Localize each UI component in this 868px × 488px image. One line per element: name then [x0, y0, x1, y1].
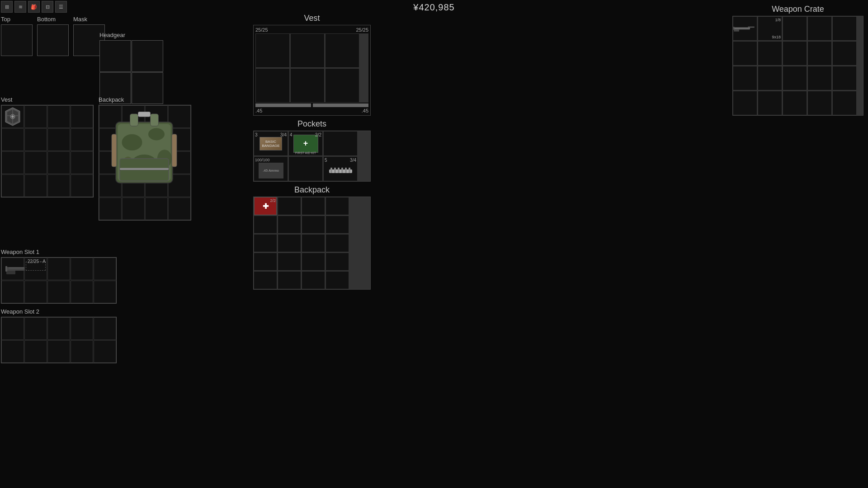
backpack-center-cell-16[interactable] [254, 271, 277, 289]
weapon-crate-grid[interactable]: 1/8 9x18 [732, 16, 863, 116]
crate-cell-15[interactable] [733, 91, 757, 115]
backpack-cell-0[interactable] [99, 105, 122, 128]
vest-cell-15[interactable] [71, 174, 93, 197]
backpack-center-grid[interactable]: 2/2 ✚ [253, 197, 371, 290]
bottom-slot[interactable] [37, 24, 69, 56]
weapon-slot-1-cell-1[interactable]: 22/25 - A [24, 258, 47, 280]
pockets-grid[interactable]: 3 3/4 BASICBANDAGE 4 2/2 + FIRST AID KIT… [253, 131, 371, 182]
crate-cell-3[interactable] [807, 16, 832, 41]
backpack-center-cell-10[interactable] [302, 234, 325, 252]
weapon-slot-2-cell-1[interactable] [24, 317, 47, 340]
backpack-center-cell-7[interactable] [326, 216, 349, 234]
crate-cell-17[interactable] [783, 91, 807, 115]
vest-cell-1[interactable] [24, 105, 47, 128]
weapon-slot-2-cell-9[interactable] [94, 340, 116, 363]
vest-center-cell-0[interactable] [255, 33, 290, 68]
pocket-cell-4[interactable] [288, 156, 323, 181]
backpack-cell-9[interactable] [122, 151, 145, 174]
pocket-cell-1[interactable]: 4 2/2 + FIRST AID KIT [288, 131, 323, 156]
vest-grid-left[interactable] [1, 105, 94, 197]
crate-cell-0[interactable] [733, 16, 757, 41]
vest-cell-14[interactable] [47, 174, 70, 197]
backpack-cell-11[interactable] [168, 151, 191, 174]
backpack-center-cell-19[interactable] [326, 271, 349, 289]
weapon-slot-2-cell-2[interactable] [47, 317, 70, 340]
weapon-slot-1-grid[interactable]: 22/25 - A [1, 257, 117, 304]
crate-cell-9[interactable] [832, 41, 857, 66]
backpack-center-cell-13[interactable] [278, 253, 301, 271]
crate-cell-2[interactable] [783, 16, 807, 41]
backpack-cell-7[interactable] [168, 128, 191, 151]
weapon-slot-1-cell-3[interactable] [71, 258, 93, 280]
backpack-cell-8[interactable] [99, 151, 122, 174]
headgear-cell-2[interactable] [132, 40, 163, 72]
crate-cell-1[interactable]: 1/8 9x18 [758, 16, 782, 41]
vest-cell-6[interactable] [47, 128, 70, 151]
weapon-slot-1-cell-2[interactable] [47, 258, 70, 280]
crate-cell-14[interactable] [832, 66, 857, 90]
pocket-cell-2[interactable] [323, 131, 358, 156]
backpack-cell-1[interactable] [122, 105, 145, 128]
weapon-slot-2-cell-7[interactable] [47, 340, 70, 363]
backpack-cell-14[interactable] [145, 174, 168, 197]
backpack-center-cell-3[interactable] [326, 197, 349, 215]
weapon-slot-2-grid[interactable] [1, 317, 117, 363]
vest-cell-8[interactable] [1, 151, 24, 174]
crate-cell-13[interactable] [807, 66, 832, 90]
backpack-cell-2[interactable] [145, 105, 168, 128]
backpack-center-cell-9[interactable] [278, 234, 301, 252]
weapon-slot-1-cell-4[interactable] [94, 258, 116, 280]
backpack-cell-19[interactable] [168, 197, 191, 220]
weapon-slot-2-cell-6[interactable] [24, 340, 47, 363]
backpack-cell-6[interactable] [145, 128, 168, 151]
backpack-cell-17[interactable] [122, 197, 145, 220]
backpack-cell-15[interactable] [168, 174, 191, 197]
vest-cell-7[interactable] [71, 128, 93, 151]
vest-cell-4[interactable] [1, 128, 24, 151]
vest-cell-5[interactable] [24, 128, 47, 151]
crate-cell-10[interactable] [733, 66, 757, 90]
weapon-slot-1-cell-0[interactable] [1, 258, 24, 280]
vest-center-grid[interactable] [255, 33, 368, 103]
backpack-cell-3[interactable] [168, 105, 191, 128]
crate-cell-4[interactable] [832, 16, 857, 41]
vest-cell-2[interactable] [47, 105, 70, 128]
pocket-cell-0[interactable]: 3 3/4 BASICBANDAGE [254, 131, 288, 156]
weapon-slot-1-cell-7[interactable] [47, 281, 70, 303]
backpack-cell-10[interactable] [145, 151, 168, 174]
weapon-slot-1-cell-6[interactable] [24, 281, 47, 303]
weapon-slot-2-cell-3[interactable] [71, 317, 93, 340]
backpack-center-cell-0[interactable]: 2/2 ✚ [254, 197, 277, 215]
weapon-slot-1-cell-5[interactable] [1, 281, 24, 303]
vest-center-cell-1[interactable] [290, 33, 325, 68]
backpack-center-cell-6[interactable] [302, 216, 325, 234]
backpack-center-cell-2[interactable] [302, 197, 325, 215]
crate-cell-19[interactable] [832, 91, 857, 115]
weapon-slot-1-cell-9[interactable] [94, 281, 116, 303]
vest-cell-0[interactable] [1, 105, 24, 128]
pocket-cell-3[interactable]: 100/100 .45 Ammo [254, 156, 288, 181]
vest-cell-9[interactable] [24, 151, 47, 174]
headgear-cell-1[interactable] [99, 40, 131, 72]
crate-cell-16[interactable] [758, 91, 782, 115]
backpack-center-cell-11[interactable] [326, 234, 349, 252]
backpack-center-cell-15[interactable] [326, 253, 349, 271]
top-slot[interactable] [1, 24, 33, 56]
backpack-center-cell-17[interactable] [278, 271, 301, 289]
backpack-center-cell-1[interactable] [278, 197, 301, 215]
backpack-grid-left[interactable] [99, 105, 191, 221]
crate-cell-5[interactable] [733, 41, 757, 66]
vest-cell-11[interactable] [71, 151, 93, 174]
weapon-slot-2-cell-0[interactable] [1, 317, 24, 340]
backpack-cell-18[interactable] [145, 197, 168, 220]
crate-cell-11[interactable] [758, 66, 782, 90]
vest-center-cell-4[interactable] [290, 68, 325, 103]
crate-cell-7[interactable] [783, 41, 807, 66]
vest-center-cell-2[interactable] [325, 33, 359, 68]
backpack-center-cell-12[interactable] [254, 253, 277, 271]
backpack-cell-5[interactable] [122, 128, 145, 151]
crate-cell-8[interactable] [807, 41, 832, 66]
weapon-slot-1-cell-8[interactable] [71, 281, 93, 303]
backpack-center-cell-4[interactable] [254, 216, 277, 234]
backpack-cell-13[interactable] [122, 174, 145, 197]
